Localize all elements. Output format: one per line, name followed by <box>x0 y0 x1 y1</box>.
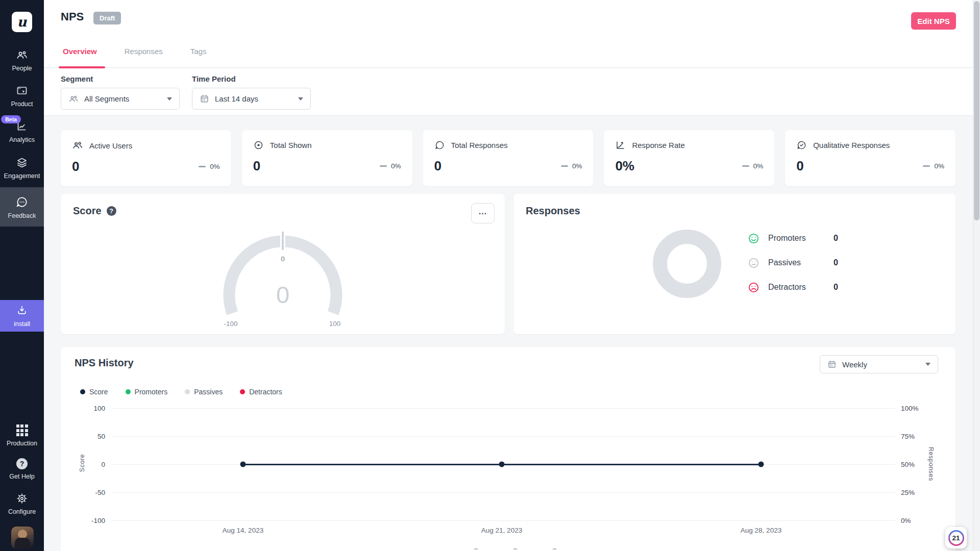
trend-percent: 0% <box>572 162 582 170</box>
y-axis-tick: 75% <box>901 433 915 440</box>
x-axis-tick: Aug 28, 2023 <box>741 527 781 534</box>
sidebar-install-button[interactable]: install <box>0 300 44 332</box>
y-axis-tick: 100% <box>901 405 919 412</box>
sidebar-item-people[interactable]: People <box>0 49 44 72</box>
sidebar-item-feedback[interactable]: Feedback <box>0 187 44 227</box>
responses-title: Responses <box>526 205 580 217</box>
y-axis-tick: 25% <box>901 489 915 496</box>
legend-value: 0 <box>834 234 838 243</box>
product-icon <box>16 85 28 97</box>
gridline <box>112 436 895 437</box>
eye-icon <box>253 140 264 151</box>
people-icon <box>16 49 28 61</box>
badge-count: 21 <box>948 530 964 546</box>
trend-dash-icon <box>199 166 206 167</box>
sidebar-item-label: Analytics <box>9 136 35 143</box>
edit-nps-button[interactable]: Edit NPS <box>911 12 956 30</box>
legend-label: Passives <box>768 258 834 267</box>
gauge-value: 0 <box>276 281 289 308</box>
segment-label: Segment <box>61 74 180 83</box>
page-header: NPS Draft Edit NPS Overview Responses Ta… <box>44 0 980 68</box>
y-axis-tick: -50 <box>69 489 105 496</box>
stat-label: Response Rate <box>632 141 684 149</box>
x-axis-tick: Aug 21, 2023 <box>481 527 522 534</box>
sidebar-item-label: Configure <box>8 508 36 515</box>
chevron-down-icon <box>925 363 930 366</box>
sidebar-item-product[interactable]: Product <box>0 85 44 108</box>
sidebar: u People Product <box>0 0 44 551</box>
sidebar-item-production[interactable]: Production <box>0 424 44 447</box>
people-icon <box>72 140 83 151</box>
clipped-content-marks <box>474 548 556 549</box>
smiley-happy-icon <box>748 233 760 244</box>
stat-cards-row: Active Users 0 0% Total Shown 0 0% <box>61 130 955 186</box>
legend-value: 0 <box>834 283 838 292</box>
stat-label: Qualitative Responses <box>813 141 890 149</box>
tab-overview[interactable]: Overview <box>61 47 99 67</box>
y-axis-title-right: Responses <box>927 447 935 481</box>
sidebar-item-label: People <box>12 65 32 72</box>
stat-card-active-users: Active Users 0 0% <box>61 130 231 186</box>
y-axis-tick: -100 <box>69 517 105 524</box>
sidebar-item-get-help[interactable]: ? Get Help <box>0 458 44 480</box>
tab-responses[interactable]: Responses <box>122 47 165 67</box>
stat-label: Total Responses <box>451 141 508 149</box>
user-avatar[interactable] <box>11 527 34 549</box>
sidebar-item-label: Engagement <box>4 172 40 180</box>
legend-label: Promoters <box>768 234 834 243</box>
gridline <box>112 408 895 409</box>
chevron-down-icon <box>298 97 303 101</box>
x-axis-tick: Aug 14, 2023 <box>223 527 263 534</box>
legend-item-score[interactable]: Score <box>80 388 108 396</box>
speech-bubble-icon <box>434 140 445 151</box>
trend-dash-icon <box>561 165 568 167</box>
trend-percent: 0% <box>210 163 220 170</box>
data-point-aug-28[interactable] <box>758 462 764 467</box>
nps-history-card: NPS History Weekly Score Promoters Passi… <box>61 347 955 551</box>
legend-row-detractors: Detractors 0 <box>748 282 838 293</box>
question-mark-icon: ? <box>16 458 28 469</box>
time-period-value: Last 14 days <box>215 94 258 103</box>
data-point-aug-21[interactable] <box>499 462 505 467</box>
stat-card-total-shown: Total Shown 0 0% <box>242 130 412 186</box>
history-line-chart: 100 50 0 -50 -100 100% 75% 50% 25% 0% Sc… <box>112 347 895 551</box>
apps-grid-icon <box>16 424 28 436</box>
gridline <box>112 520 895 521</box>
tab-tags[interactable]: Tags <box>188 47 209 67</box>
stat-value: 0 <box>796 158 803 174</box>
download-icon <box>16 305 28 318</box>
sidebar-item-label: Production <box>7 440 37 447</box>
y-axis-tick: 0% <box>901 517 911 524</box>
tab-bar: Overview Responses Tags <box>61 47 208 67</box>
gauge-max-label: 100 <box>329 320 341 328</box>
feedback-icon <box>15 195 29 209</box>
legend-row-passives: Passives 0 <box>748 257 838 268</box>
time-period-label: Time Period <box>192 74 311 83</box>
scrollbar-thumb[interactable] <box>974 1 979 220</box>
more-options-button[interactable]: … <box>471 203 495 223</box>
help-icon[interactable]: ? <box>107 206 116 216</box>
extension-widget-badge[interactable]: 21 <box>945 527 967 548</box>
rate-chart-icon <box>615 140 626 151</box>
data-point-aug-14[interactable] <box>240 462 246 467</box>
sidebar-item-label: Product <box>11 101 33 108</box>
segment-select[interactable]: All Segments <box>61 88 180 110</box>
trend-percent: 0% <box>391 162 401 170</box>
y-axis-tick: 0 <box>69 461 105 468</box>
score-title: Score <box>73 205 102 217</box>
people-icon <box>68 94 79 104</box>
sidebar-item-configure[interactable]: Configure <box>0 492 44 515</box>
sidebar-item-analytics[interactable]: Beta Analytics <box>0 120 44 143</box>
gridline <box>112 492 895 493</box>
responses-card: Responses Promoters 0 Passives 0 <box>513 194 955 334</box>
brand-letter: u <box>17 14 27 30</box>
score-card: Score ? … 0 0 -100 100 <box>61 194 505 334</box>
y-axis-tick: 50 <box>69 433 105 440</box>
sidebar-item-engagement[interactable]: Engagement <box>0 157 44 180</box>
brand-logo[interactable]: u <box>12 12 32 32</box>
stat-card-qualitative-responses: Qualitative Responses 0 0% <box>785 130 955 186</box>
analytics-icon: Beta <box>16 120 28 133</box>
page-title: NPS <box>61 10 84 23</box>
time-period-select[interactable]: Last 14 days <box>192 88 311 110</box>
stat-value: 0 <box>253 158 260 174</box>
